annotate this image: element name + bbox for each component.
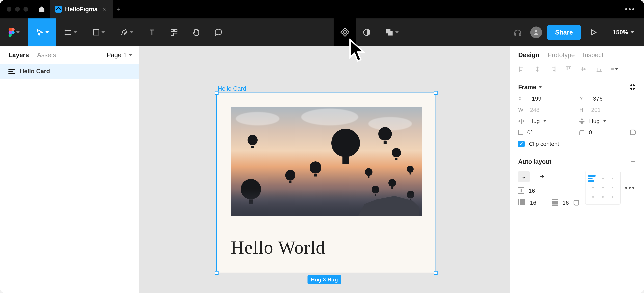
present-button[interactable] <box>586 29 601 36</box>
canvas[interactable]: Hello Card <box>139 46 510 293</box>
svg-point-9 <box>535 30 537 32</box>
auto-layout-title: Auto layout <box>518 158 552 165</box>
horizontal-resize-dropdown[interactable]: Hug <box>518 118 574 124</box>
padding-vertical-field[interactable]: 16 <box>552 199 579 206</box>
page-selector[interactable]: Page 1 <box>107 51 132 59</box>
frame-section: Frame X -199 Y -376 W 248 <box>510 78 644 151</box>
svg-rect-4 <box>344 28 346 31</box>
auto-layout-advanced-button[interactable]: ••• <box>625 184 636 192</box>
width-field[interactable]: W 248 <box>518 107 574 113</box>
chevron-down-icon <box>129 54 132 56</box>
home-tab[interactable] <box>33 0 50 18</box>
chevron-down-icon <box>539 86 542 88</box>
chevron-down-icon <box>544 120 546 122</box>
close-tab-icon[interactable]: × <box>101 6 108 13</box>
selection-handle-tl[interactable] <box>215 91 218 95</box>
frame-icon <box>64 28 72 36</box>
screenshot-cursor-icon <box>348 38 366 65</box>
selection-handle-br[interactable] <box>434 271 438 275</box>
pen-tool[interactable] <box>113 18 141 46</box>
chevron-down-icon <box>16 31 20 33</box>
share-button[interactable]: Share <box>547 25 581 40</box>
remove-auto-layout-button[interactable]: − <box>631 157 636 166</box>
alignment-matrix[interactable] <box>585 171 620 205</box>
align-left-icon[interactable] <box>518 65 526 73</box>
rectangle-icon <box>92 29 100 36</box>
audio-button[interactable] <box>510 28 525 37</box>
clip-content-checkbox[interactable]: ✓ Clip content <box>518 141 636 147</box>
frame-section-title: Frame <box>518 84 536 91</box>
boolean-tool[interactable] <box>378 18 406 46</box>
hand-icon <box>192 28 200 37</box>
direction-vertical-button[interactable] <box>518 171 530 182</box>
app-window: HelloFigma × + ••• <box>0 0 644 293</box>
x-field[interactable]: X -199 <box>518 95 574 102</box>
move-tool[interactable] <box>28 18 56 46</box>
selection-outline <box>216 92 436 273</box>
layer-row-hello-card[interactable]: Hello Card <box>0 64 139 79</box>
resize-to-fit-icon[interactable] <box>630 84 636 90</box>
pen-icon <box>120 28 128 36</box>
user-avatar[interactable] <box>530 26 542 38</box>
traffic-minimize[interactable] <box>15 7 20 11</box>
comment-tool[interactable] <box>207 18 230 46</box>
corner-radius-field[interactable]: 0 <box>580 129 592 136</box>
design-tab[interactable]: Design <box>518 51 540 59</box>
new-tab-button[interactable]: + <box>113 5 124 13</box>
traffic-close[interactable] <box>7 7 12 11</box>
frame-type-dropdown[interactable]: Frame <box>518 84 542 91</box>
chevron-down-icon <box>130 31 133 33</box>
titlebar: HelloFigma × + ••• <box>0 0 644 18</box>
hand-tool[interactable] <box>185 18 207 46</box>
independent-padding-icon[interactable] <box>574 200 579 206</box>
clip-content-label: Clip content <box>529 141 559 147</box>
y-field[interactable]: Y -376 <box>580 95 636 102</box>
padding-horizontal-icon <box>518 199 525 206</box>
document-icon <box>55 6 62 12</box>
direction-horizontal-button[interactable] <box>536 171 548 182</box>
traffic-zoom[interactable] <box>24 7 28 11</box>
layers-tab[interactable]: Layers <box>8 51 29 59</box>
play-icon <box>590 29 597 36</box>
gap-field[interactable]: 16 <box>518 187 579 194</box>
height-field[interactable]: H 201 <box>580 107 636 113</box>
rotation-field[interactable]: 0° <box>518 129 574 136</box>
assets-tab[interactable]: Assets <box>37 51 56 59</box>
text-tool[interactable] <box>141 18 163 46</box>
selection-handle-tr[interactable] <box>434 91 438 95</box>
app-menu-button[interactable]: ••• <box>618 5 642 13</box>
zoom-control[interactable]: 150% <box>606 29 637 36</box>
distribute-icon[interactable] <box>611 65 618 73</box>
svg-rect-3 <box>171 33 174 35</box>
align-top-icon[interactable] <box>564 65 572 73</box>
vertical-resize-icon <box>580 118 584 124</box>
resources-tool[interactable] <box>163 18 185 46</box>
mask-icon <box>362 28 371 36</box>
cursor-icon <box>36 28 44 36</box>
vertical-resize-dropdown[interactable]: Hug <box>580 118 636 124</box>
main-menu-button[interactable] <box>0 18 28 46</box>
align-v-center-icon[interactable] <box>580 65 587 73</box>
align-h-center-icon[interactable] <box>534 65 541 73</box>
inspect-tab[interactable]: Inspect <box>583 51 604 59</box>
angle-icon <box>518 130 522 135</box>
corner-radius-icon <box>580 130 584 135</box>
autolayout-frame-icon <box>8 69 15 74</box>
align-right-icon[interactable] <box>549 65 556 73</box>
svg-rect-7 <box>346 31 349 34</box>
padding-horizontal-field[interactable]: 16 <box>518 199 546 206</box>
chevron-down-icon <box>395 31 399 33</box>
checkbox-checked-icon: ✓ <box>518 141 524 147</box>
prototype-tab[interactable]: Prototype <box>548 51 575 59</box>
shape-tool[interactable] <box>84 18 113 46</box>
selection-handle-bl[interactable] <box>215 271 218 275</box>
alignment-row <box>510 64 644 78</box>
svg-rect-2 <box>175 29 177 32</box>
file-tab[interactable]: HelloFigma × <box>50 0 113 18</box>
independent-corners-icon[interactable] <box>630 130 636 135</box>
align-bottom-icon[interactable] <box>595 65 603 73</box>
arrow-right-icon <box>539 174 545 180</box>
frame-tool[interactable] <box>56 18 84 46</box>
frame-label[interactable]: Hello Card <box>218 85 246 92</box>
alignment-indicator-icon <box>588 175 598 182</box>
